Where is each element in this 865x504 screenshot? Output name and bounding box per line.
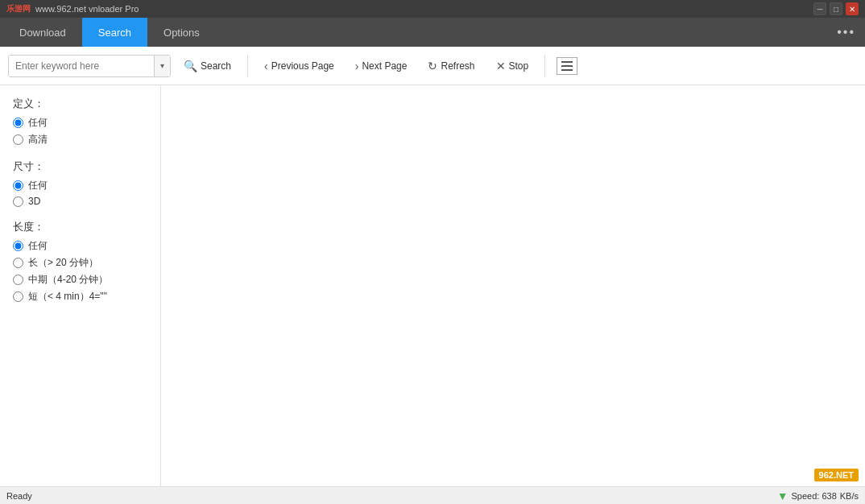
sidebar-toggle-icon [561,61,573,71]
sidebar-toggle-button[interactable] [557,57,577,75]
size-option-any[interactable]: 任何 [13,179,147,192]
tab-download[interactable]: Download [3,18,82,47]
size-radio-any[interactable] [13,180,23,191]
duration-option-long-label: 长（> 20 分钟） [28,256,98,270]
status-bar: Ready ▼ Speed: 638 KB/s [0,486,865,504]
filter-panel: 定义： 任何 高清 尺寸： 任何 3D 长度： [0,85,161,486]
prev-page-icon: ‹ [264,60,268,72]
definition-option-any-label: 任何 [28,116,48,130]
speed-indicator: ▼ Speed: 638 KB/s [777,490,859,502]
toolbar-separator-2 [544,55,545,77]
search-box: ▾ [8,55,171,77]
maximize-button[interactable]: □ [830,2,842,15]
definition-option-hd[interactable]: 高清 [13,133,147,147]
refresh-label: Refresh [441,60,474,72]
next-page-button[interactable]: › Next Page [347,56,416,76]
duration-option-long[interactable]: 长（> 20 分钟） [13,256,147,270]
speed-unit: KB/s [840,491,859,501]
search-icon: 🔍 [184,60,197,72]
size-option-3d[interactable]: 3D [13,196,147,207]
status-text: Ready [6,491,32,501]
minimize-button[interactable]: ─ [813,2,826,15]
search-button-label: Search [201,60,231,72]
search-button[interactable]: 🔍 Search [176,56,239,76]
definition-filter-title: 定义： [13,97,147,111]
definition-option-hd-label: 高清 [28,133,48,147]
next-page-label: Next Page [362,60,407,72]
next-page-icon: › [355,60,359,72]
toolbar-separator-1 [247,55,248,77]
speed-arrow-icon: ▼ [777,490,788,502]
more-options-dots[interactable]: ••• [837,25,855,39]
window-controls: ─ □ ✕ [813,2,859,15]
size-radio-3d[interactable] [13,196,23,207]
size-option-any-label: 任何 [28,179,48,192]
duration-radio-long[interactable] [13,258,23,268]
definition-radio-hd[interactable] [13,134,23,145]
duration-option-medium[interactable]: 中期（4-20 分钟） [13,273,147,287]
duration-radio-medium[interactable] [13,275,23,285]
definition-radio-any[interactable] [13,118,23,128]
search-input[interactable] [9,56,154,76]
size-filter-title: 尺寸： [13,159,147,174]
refresh-icon: ↻ [428,60,437,72]
title-bar: 乐游网 www.962.net vnloader Pro ─ □ ✕ [0,0,865,18]
stop-label: Stop [509,60,529,72]
toolbar: ▾ 🔍 Search ‹ Previous Page › Next Page ↻… [0,47,865,85]
duration-option-medium-label: 中期（4-20 分钟） [28,273,108,287]
prev-page-button[interactable]: ‹ Previous Page [256,56,342,76]
app-title: www.962.net vnloader Pro [35,4,139,14]
tab-search[interactable]: Search [82,18,147,47]
content-area [161,85,865,486]
duration-radio-short[interactable] [13,291,23,302]
search-dropdown-arrow[interactable]: ▾ [154,56,170,76]
app-logo: 乐游网 [6,3,31,14]
duration-radio-any[interactable] [13,241,23,251]
watermark: 962.NET [814,469,859,481]
main-content: 定义： 任何 高清 尺寸： 任何 3D 长度： [0,85,865,486]
title-bar-left: 乐游网 www.962.net vnloader Pro [6,3,139,14]
duration-option-any-label: 任何 [28,239,48,253]
prev-page-label: Previous Page [271,60,334,72]
close-button[interactable]: ✕ [846,2,859,15]
size-filter-section: 尺寸： 任何 3D [13,159,147,207]
duration-filter-title: 长度： [13,220,147,234]
duration-option-short[interactable]: 短（< 4 min）4="" [13,290,147,304]
tab-bar-right: ••• [837,25,862,39]
duration-option-short-label: 短（< 4 min）4="" [28,290,107,304]
tab-bar-left: Download Search Options [3,18,216,47]
tab-bar: Download Search Options ••• [0,18,865,47]
speed-label: Speed: 638 [791,491,836,501]
stop-button[interactable]: ✕ Stop [488,56,537,76]
stop-icon: ✕ [496,60,506,72]
size-option-3d-label: 3D [28,196,40,207]
duration-option-any[interactable]: 任何 [13,239,147,253]
duration-filter-section: 长度： 任何 长（> 20 分钟） 中期（4-20 分钟） 短（< 4 min）… [13,220,147,304]
refresh-button[interactable]: ↻ Refresh [420,56,482,76]
definition-option-any[interactable]: 任何 [13,116,147,130]
status-right: ▼ Speed: 638 KB/s [777,490,859,502]
tab-options[interactable]: Options [147,18,216,47]
definition-filter-section: 定义： 任何 高清 [13,97,147,147]
